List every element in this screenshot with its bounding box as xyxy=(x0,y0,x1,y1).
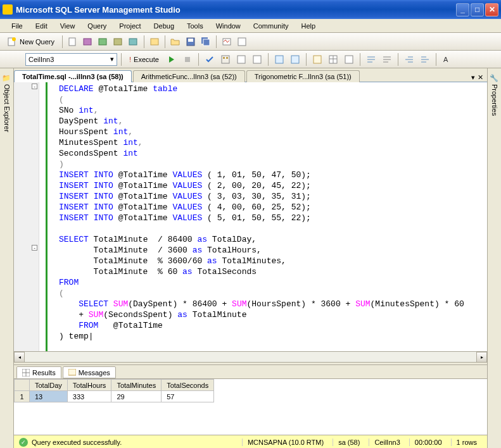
open-project-button[interactable] xyxy=(148,35,162,49)
grid-icon xyxy=(22,369,30,376)
menu-community[interactable]: Community xyxy=(248,21,294,31)
results-text-button[interactable] xyxy=(310,53,324,66)
col-totalhours[interactable]: TotalHours xyxy=(67,380,111,391)
increase-indent-button[interactable] xyxy=(418,53,432,66)
execute-label: Execute xyxy=(134,56,159,63)
toolbar-btn-4[interactable] xyxy=(111,35,125,49)
app-icon xyxy=(3,4,13,15)
menu-project[interactable]: Project xyxy=(114,21,146,31)
intellisense-button[interactable] xyxy=(250,53,264,66)
menu-edit[interactable]: Edit xyxy=(30,21,53,31)
tab-close-icon[interactable]: ✕ xyxy=(478,73,483,82)
minimize-button[interactable]: _ xyxy=(456,3,469,16)
parse-button[interactable] xyxy=(203,53,217,66)
comment-button[interactable] xyxy=(364,53,378,66)
save-button[interactable] xyxy=(184,35,198,49)
code-editor[interactable]: DECLARE @TotalTime table ( SNo int, DayS… xyxy=(46,82,487,351)
results-tab[interactable]: Results xyxy=(16,366,61,378)
outline-collapse-icon[interactable]: - xyxy=(32,245,37,251)
menu-bar: File Edit View Query Project Debug Tools… xyxy=(0,19,501,33)
new-query-label: New Query xyxy=(20,38,54,46)
svg-text:A: A xyxy=(443,56,448,63)
open-file-button[interactable] xyxy=(168,35,182,49)
outline-collapse-icon[interactable]: - xyxy=(32,84,37,89)
svg-rect-31 xyxy=(68,369,76,375)
svg-rect-7 xyxy=(151,39,158,45)
debug-button[interactable] xyxy=(165,53,179,66)
uncomment-button[interactable] xyxy=(380,53,394,66)
window-title: Microsoft SQL Server Management Studio xyxy=(16,5,456,15)
svg-rect-16 xyxy=(223,57,225,59)
results-grid-button[interactable] xyxy=(326,53,340,66)
menu-query[interactable]: Query xyxy=(82,21,111,31)
grid-corner xyxy=(15,380,30,391)
toolbar-btn-3[interactable] xyxy=(96,35,110,49)
svg-rect-17 xyxy=(226,57,228,59)
status-rows: 1 rows xyxy=(451,439,482,446)
results-grid[interactable]: TotalDay TotalHours TotalMinutes TotalSe… xyxy=(14,379,487,435)
status-message: Query executed successfully. xyxy=(32,439,122,446)
svg-rect-13 xyxy=(238,38,246,46)
database-combo[interactable]: CeilInn3 ▾ xyxy=(25,53,117,66)
actual-plan-button[interactable] xyxy=(272,53,286,66)
client-stats-button[interactable] xyxy=(288,53,302,66)
table-row[interactable]: 1 13 333 29 57 xyxy=(15,391,214,402)
col-totalminutes[interactable]: TotalMinutes xyxy=(111,380,162,391)
status-db: CeilInn3 xyxy=(369,439,405,446)
menu-debug[interactable]: Debug xyxy=(149,21,179,31)
messages-icon xyxy=(68,369,76,376)
menu-tools[interactable]: Tools xyxy=(182,21,208,31)
stop-button[interactable] xyxy=(181,53,194,66)
svg-rect-4 xyxy=(99,39,106,45)
save-all-button[interactable] xyxy=(199,35,213,49)
svg-rect-5 xyxy=(114,39,122,45)
menu-view[interactable]: View xyxy=(55,21,80,31)
svg-rect-3 xyxy=(84,39,91,45)
database-name: CeilInn3 xyxy=(29,56,54,63)
toolbar-btn-2[interactable] xyxy=(81,35,95,49)
activity-button[interactable] xyxy=(220,35,234,49)
svg-rect-6 xyxy=(129,39,137,45)
status-user: sa (58) xyxy=(333,439,365,446)
svg-rect-9 xyxy=(188,39,193,42)
menu-window[interactable]: Window xyxy=(211,21,246,31)
registered-button[interactable] xyxy=(235,35,249,49)
object-explorer-tab[interactable]: 📁Object Explorer xyxy=(0,68,14,448)
document-tabs: TotalTime.sql -...ilInn3 (sa (58)) Arith… xyxy=(14,68,487,82)
messages-tab[interactable]: Messages xyxy=(63,366,116,378)
decrease-indent-button[interactable] xyxy=(402,53,416,66)
maximize-button[interactable]: □ xyxy=(471,3,484,16)
new-query-button[interactable]: New Query xyxy=(3,35,59,49)
col-totalseconds[interactable]: TotalSeconds xyxy=(162,380,214,391)
chevron-down-icon: ▾ xyxy=(110,55,114,63)
svg-point-1 xyxy=(12,37,16,41)
estimated-plan-button[interactable] xyxy=(219,53,232,66)
tab-trigonometric[interactable]: Trigonometric F...lInn3 (sa (51)) xyxy=(246,70,360,82)
svg-rect-19 xyxy=(253,56,261,63)
toolbar-btn-1[interactable] xyxy=(66,35,80,49)
svg-rect-2 xyxy=(69,38,75,46)
close-button[interactable]: ✕ xyxy=(485,3,498,16)
specify-values-button[interactable]: A xyxy=(440,53,454,66)
tab-totaltime[interactable]: TotalTime.sql -...ilInn3 (sa (58)) xyxy=(14,70,132,82)
query-options-button[interactable] xyxy=(234,53,248,66)
menu-file[interactable]: File xyxy=(6,21,28,31)
title-bar: Microsoft SQL Server Management Studio _… xyxy=(0,0,501,19)
execute-button[interactable]: ! Execute xyxy=(125,54,163,65)
tab-arithmetic[interactable]: ArithmeticFunc...lInn3 (sa (52)) xyxy=(133,70,245,82)
horizontal-scrollbar[interactable]: ◂▸ xyxy=(14,351,487,362)
svg-rect-18 xyxy=(238,56,245,63)
svg-rect-15 xyxy=(222,56,229,63)
tab-dropdown-icon[interactable]: ▾ xyxy=(471,73,475,82)
results-file-button[interactable] xyxy=(342,53,356,66)
toolbar-btn-5[interactable] xyxy=(127,35,141,49)
menu-help[interactable]: Help xyxy=(296,21,320,31)
new-query-icon xyxy=(7,37,17,47)
toolbar-sql: CeilInn3 ▾ ! Execute A xyxy=(0,51,501,68)
col-totalday[interactable]: TotalDay xyxy=(30,380,68,391)
success-icon: ✓ xyxy=(19,438,28,447)
svg-rect-14 xyxy=(185,57,190,62)
properties-tab[interactable]: 🔧Properties xyxy=(487,68,501,448)
status-time: 00:00:00 xyxy=(409,439,447,446)
svg-rect-20 xyxy=(276,56,283,63)
